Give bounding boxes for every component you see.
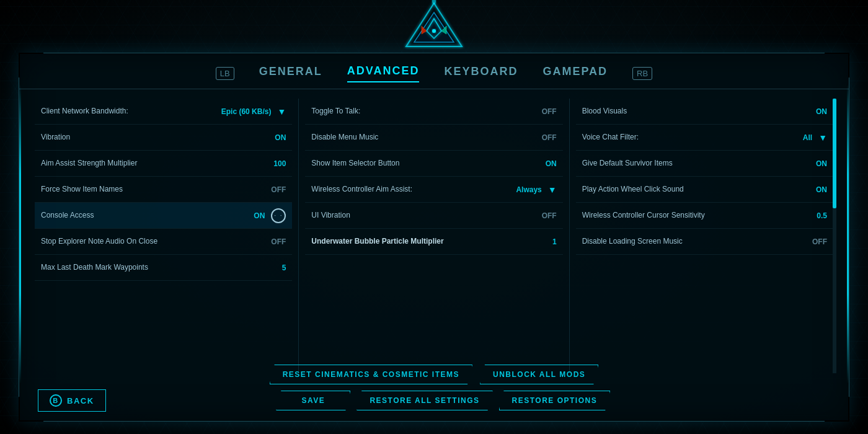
tab-bar: LB GENERAL ADVANCED KEYBOARD GAMEPAD RB: [19, 53, 849, 89]
list-item[interactable]: Aim Assist Strength Multiplier 100: [35, 151, 292, 177]
list-item[interactable]: Wireless Controller Cursor Sensitivity 0…: [576, 203, 833, 229]
list-item[interactable]: Vibration ON: [35, 125, 292, 151]
list-item[interactable]: Disable Menu Music OFF: [305, 125, 562, 151]
settings-col-1: Client Network Bandwidth: Epic (60 KB/s)…: [29, 99, 299, 373]
save-button[interactable]: SAVE: [276, 391, 350, 410]
left-nav-icon[interactable]: LB: [216, 67, 234, 80]
settings-col-3: Blood Visuals ON Voice Chat Filter: All …: [570, 99, 839, 373]
list-item[interactable]: Max Last Death Mark Waypoints 5: [35, 255, 292, 281]
right-nav-icon[interactable]: RB: [632, 67, 652, 80]
svg-marker-1: [414, 12, 454, 42]
list-item[interactable]: Wireless Controller Aim Assist: Always ▼: [305, 177, 562, 203]
list-item[interactable]: Stop Explorer Note Audio On Close OFF: [35, 229, 292, 255]
list-item[interactable]: Play Action Wheel Click Sound ON: [576, 177, 833, 203]
corner-tr: [825, 53, 849, 78]
restore-options-button[interactable]: RESTORE OPTIONS: [499, 391, 611, 410]
bottom-area: RESET CINEMATICS & COSMETIC ITEMS UNBLOC…: [19, 360, 849, 421]
dropdown-arrow-icon: ▼: [548, 185, 557, 195]
scrollbar-thumb[interactable]: [833, 99, 836, 208]
list-item[interactable]: Disable Loading Screen Music OFF: [576, 229, 833, 255]
tab-gamepad[interactable]: GAMEPAD: [542, 65, 608, 82]
tab-general[interactable]: GENERAL: [259, 65, 322, 82]
center-buttons: SAVE RESTORE ALL SETTINGS RESTORE OPTION…: [276, 391, 610, 410]
scrollbar-track[interactable]: [833, 99, 836, 373]
list-item[interactable]: UI Vibration OFF: [305, 203, 562, 229]
list-item[interactable]: Toggle To Talk: OFF: [305, 99, 562, 125]
dropdown-arrow-icon: ▼: [277, 107, 286, 117]
list-item[interactable]: Blood Visuals ON: [576, 99, 833, 125]
logo-container: [403, 0, 465, 52]
list-item[interactable]: Underwater Bubble Particle Multiplier 1: [305, 229, 562, 255]
bottom-row-main: B BACK SAVE RESTORE ALL SETTINGS RESTORE…: [32, 389, 836, 412]
restore-all-button[interactable]: RESTORE ALL SETTINGS: [356, 391, 492, 410]
unblock-mods-button[interactable]: UNBLOCK ALL MODS: [480, 365, 598, 384]
back-b-icon: B: [50, 394, 62, 407]
reset-cinematics-button[interactable]: RESET CINEMATICS & COSMETIC ITEMS: [270, 365, 472, 384]
list-item[interactable]: Show Item Selector Button ON: [305, 151, 562, 177]
list-item[interactable]: Give Default Survivor Items ON: [576, 151, 833, 177]
settings-col-2: Toggle To Talk: OFF Disable Menu Music O…: [299, 99, 569, 373]
tab-advanced[interactable]: ADVANCED: [347, 64, 420, 82]
console-access-icon: [271, 208, 286, 223]
list-item[interactable]: Voice Chat Filter: All ▼: [576, 125, 833, 151]
background: LB GENERAL ADVANCED KEYBOARD GAMEPAD RB …: [0, 0, 868, 434]
back-label: BACK: [67, 396, 94, 405]
panel-side-right: [847, 84, 849, 384]
corner-tl: [19, 53, 43, 78]
list-item[interactable]: Force Show Item Names OFF: [35, 177, 292, 203]
svg-point-5: [432, 29, 436, 33]
back-button[interactable]: B BACK: [38, 389, 106, 412]
svg-point-7: [432, 0, 436, 4]
bottom-row-top: RESET CINEMATICS & COSMETIC ITEMS UNBLOC…: [32, 365, 836, 384]
list-item[interactable]: Console Access ON: [35, 203, 292, 229]
main-panel: LB GENERAL ADVANCED KEYBOARD GAMEPAD RB …: [19, 53, 849, 422]
content-area: Client Network Bandwidth: Epic (60 KB/s)…: [19, 89, 849, 373]
ark-logo: [403, 0, 465, 50]
panel-side-left: [19, 84, 21, 384]
list-item[interactable]: Client Network Bandwidth: Epic (60 KB/s)…: [35, 99, 292, 125]
tab-keyboard[interactable]: KEYBOARD: [444, 65, 518, 82]
dropdown-arrow-icon: ▼: [818, 133, 827, 143]
